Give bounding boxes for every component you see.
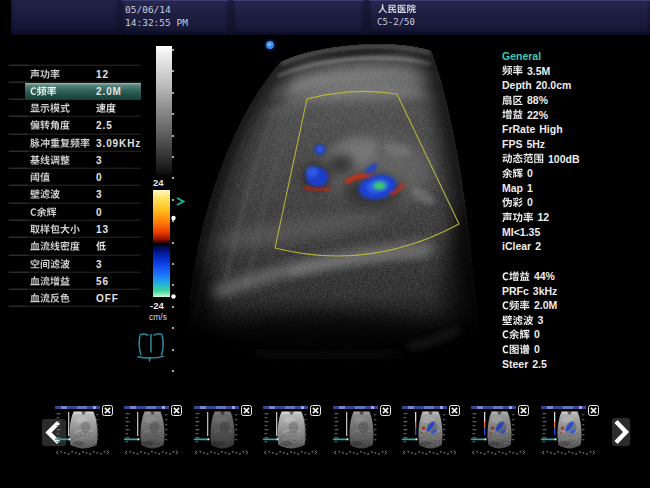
menu-row-12[interactable]: 血流增益56	[25, 273, 141, 290]
thumbnail-close-button[interactable]	[518, 405, 529, 416]
info-row: 余辉0	[502, 166, 533, 180]
parameter-value: 2.5	[96, 120, 113, 131]
parameter-label: 脉冲重复频率	[30, 138, 90, 148]
info-label: Map	[502, 182, 523, 194]
menu-row-10[interactable]: 血流线密度低	[25, 238, 141, 255]
info-row: PRFc3kHz	[502, 284, 557, 298]
info-label: iClear	[502, 240, 531, 252]
info-label: PRFc	[502, 285, 529, 297]
color-doppler-bar	[153, 190, 170, 297]
info-row: MI<1.35	[502, 225, 544, 239]
ultrasound-screen: 05/06/1414:32:55 PM人民医院C5-2/50声功率12C频率2.…	[0, 0, 650, 488]
info-value: 1	[527, 182, 533, 194]
baseline-arrow-icon	[176, 197, 186, 206]
close-icon	[174, 408, 179, 413]
info-label: C余辉	[502, 329, 530, 340]
info-label: C图谱	[502, 344, 530, 355]
menu-row-8[interactable]: C余辉0	[25, 204, 141, 221]
parameter-value: 3	[96, 155, 102, 166]
info-row: Depth20.0cm	[502, 78, 571, 92]
velocity-unit-label: cm/s	[149, 312, 167, 322]
parameter-value: 12	[96, 69, 109, 80]
info-row: C增益44%	[502, 269, 555, 283]
body-marker-icon[interactable]	[136, 328, 166, 362]
topbar-segment-hospital: 人民医院C5-2/50	[369, 0, 650, 35]
info-label: 声功率	[502, 212, 534, 223]
info-label: MI<1.35	[502, 226, 540, 238]
filmstrip-next-button[interactable]	[612, 418, 630, 446]
parameter-label: 取样包大小	[30, 224, 80, 234]
thumbnail-7[interactable]	[471, 405, 526, 457]
parameter-value: 3	[96, 189, 102, 200]
info-label: FPS	[502, 138, 522, 150]
parameter-label: 声功率	[30, 69, 60, 79]
parameter-value: 低	[96, 241, 106, 251]
menu-row-9[interactable]: 取样包大小13	[25, 221, 141, 238]
chevron-right-icon	[616, 422, 626, 443]
menu-row-1[interactable]: C频率2.0M	[25, 83, 141, 100]
thumbnail-5[interactable]	[333, 405, 388, 457]
info-value: 0	[534, 343, 540, 355]
menu-row-7[interactable]: 壁滤波3	[25, 186, 141, 203]
thumbnail-close-button[interactable]	[449, 405, 460, 416]
parameter-label: 壁滤波	[30, 189, 60, 199]
parameter-value: 3	[96, 259, 102, 270]
close-icon	[383, 408, 388, 413]
info-value: 88%	[527, 94, 548, 106]
info-row: C频率2.0M	[502, 298, 557, 312]
topbar-segment-blank-left	[11, 0, 119, 35]
parameter-value: 56	[96, 276, 109, 287]
menu-row-0[interactable]: 声功率12	[25, 66, 141, 83]
menu-row-2[interactable]: 显示模式速度	[25, 100, 141, 117]
parameter-label: 空间滤波	[30, 259, 70, 269]
thumbnail-8[interactable]	[541, 405, 596, 457]
info-row: 增益22%	[502, 108, 548, 122]
parameter-value: 13	[96, 224, 109, 235]
preset-title: General	[502, 49, 541, 63]
parameter-label: 血流反色	[30, 293, 70, 303]
thumbnail-3[interactable]	[194, 405, 249, 457]
parameter-label: 阈值	[30, 172, 50, 182]
parameter-label: 偏转角度	[30, 120, 70, 130]
info-value: 2.5	[532, 358, 547, 370]
thumbnail-close-button[interactable]	[588, 405, 599, 416]
info-label: 扇区	[502, 95, 523, 106]
menu-row-4[interactable]: 脉冲重复频率3.09KHz	[25, 135, 141, 152]
parameter-value: 速度	[96, 103, 116, 113]
parameter-label: 血流增益	[30, 276, 70, 286]
menu-row-6[interactable]: 阈值0	[25, 169, 141, 186]
info-value: 44%	[534, 270, 555, 282]
info-value: 12	[538, 211, 550, 223]
menu-row-5[interactable]: 基线调整3	[25, 152, 141, 169]
thumbnail-close-button[interactable]	[102, 405, 113, 416]
info-label: Depth	[502, 79, 532, 91]
menu-row-11[interactable]: 空间滤波3	[25, 256, 141, 273]
topbar-segment-datetime: 05/06/1414:32:55 PM	[122, 0, 229, 35]
thumbnail-1[interactable]	[55, 405, 110, 457]
info-label: 频率	[502, 65, 523, 76]
close-icon	[313, 408, 318, 413]
info-value: 3.5M	[527, 65, 550, 77]
thumbnail-close-button[interactable]	[171, 405, 182, 416]
thumbnail-close-button[interactable]	[310, 405, 321, 416]
close-icon	[591, 408, 596, 413]
parameter-label-wrap: 血流反色	[30, 293, 70, 312]
info-row: iClear2	[502, 239, 541, 253]
hospital-name: 人民医院	[378, 4, 416, 14]
thumbnail-4[interactable]	[263, 405, 318, 457]
menu-row-13[interactable]: 血流反色OFF	[25, 290, 141, 307]
menu-row-3[interactable]: 偏转角度2.5	[25, 117, 141, 134]
thumbnail-close-button[interactable]	[241, 405, 252, 416]
parameter-label: 基线调整	[30, 155, 70, 165]
info-value: 0	[534, 328, 540, 340]
thumbnail-2[interactable]	[124, 405, 179, 457]
info-row: 声功率12	[502, 210, 549, 224]
info-value: 3	[538, 314, 544, 326]
info-row: 壁滤波3	[502, 313, 543, 327]
thumbnail-close-button[interactable]	[380, 405, 391, 416]
info-row: 动态范围100dB	[502, 152, 580, 166]
thumbnail-6[interactable]	[402, 405, 457, 457]
info-value: High	[539, 123, 562, 135]
probe-text: C5-2/50	[377, 16, 415, 29]
info-label: 壁滤波	[502, 315, 534, 326]
